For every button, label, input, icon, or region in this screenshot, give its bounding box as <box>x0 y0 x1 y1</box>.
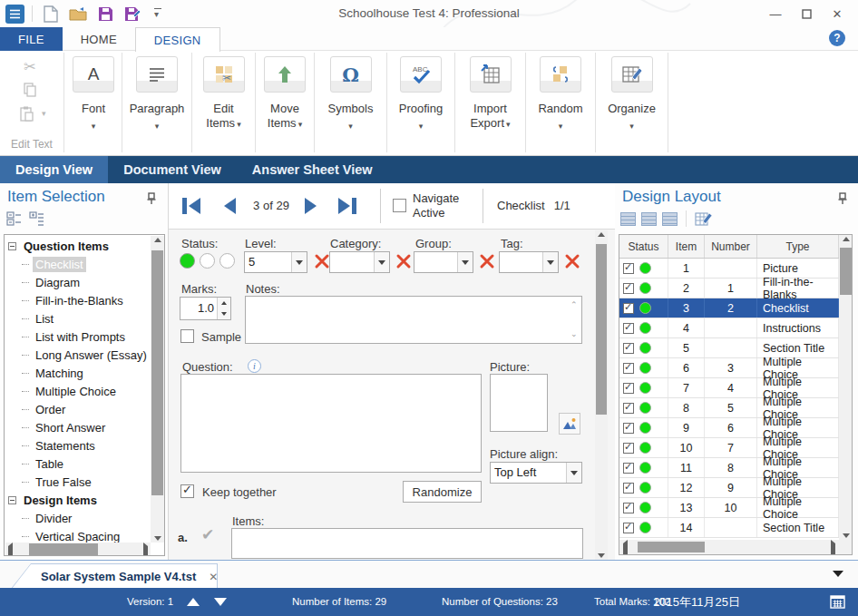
design-layout-row[interactable]: 4 Instructions <box>619 318 852 338</box>
navigate-active-checkbox[interactable] <box>393 199 406 212</box>
sample-checkbox[interactable] <box>180 329 194 343</box>
next-item-button[interactable] <box>297 195 325 217</box>
row-include-checkbox[interactable] <box>623 263 634 274</box>
scroll-left-icon[interactable] <box>623 543 628 555</box>
tree-item[interactable]: Fill-in-the-Blanks <box>6 291 148 309</box>
status-radio-active[interactable] <box>180 253 195 269</box>
row-include-checkbox[interactable] <box>623 523 634 533</box>
table-view-medium-icon[interactable] <box>641 212 657 226</box>
pin-icon[interactable] <box>838 192 847 205</box>
marks-up-icon[interactable] <box>218 298 230 308</box>
new-document-icon[interactable] <box>40 4 62 24</box>
form-scroll-down-icon[interactable] <box>595 553 608 558</box>
tree-item[interactable]: Diagram <box>6 273 148 291</box>
paragraph-button[interactable]: Paragraph ▾ <box>122 54 191 152</box>
tree-item[interactable]: List <box>6 309 148 328</box>
scroll-down-icon[interactable] <box>151 536 164 541</box>
row-include-checkbox[interactable] <box>623 283 634 294</box>
tab-file[interactable]: FILE <box>0 27 63 51</box>
row-include-checkbox[interactable] <box>623 343 634 354</box>
picture-browse-button[interactable] <box>559 413 580 435</box>
previous-item-button[interactable] <box>216 195 243 217</box>
last-item-button[interactable] <box>334 195 361 217</box>
table-horizontal-scrollbar[interactable] <box>619 540 839 554</box>
form-scroll-up-icon[interactable] <box>595 232 608 237</box>
row-include-checkbox[interactable] <box>623 443 634 454</box>
tree-vertical-scrollbar[interactable] <box>151 236 164 543</box>
move-items-button[interactable]: Move Items▾ <box>256 54 314 152</box>
row-include-checkbox[interactable] <box>623 423 634 434</box>
save-icon[interactable] <box>94 4 116 24</box>
pin-icon[interactable] <box>147 192 156 205</box>
group-dropdown-icon[interactable] <box>457 252 473 272</box>
qat-customize-icon[interactable]: ▾ <box>154 8 161 19</box>
tree-item[interactable]: Divider <box>6 509 148 527</box>
app-icon[interactable] <box>5 5 24 24</box>
keep-together-checkbox[interactable] <box>180 484 194 498</box>
picture-align-combo[interactable]: Top Left <box>490 462 582 484</box>
import-export-button[interactable]: Import Export▾ <box>455 54 525 152</box>
copy-icon[interactable] <box>18 80 42 100</box>
random-button[interactable]: Random ▾ <box>526 54 595 152</box>
tag-combo[interactable] <box>499 251 559 273</box>
level-clear-icon[interactable] <box>314 253 330 269</box>
category-combo[interactable] <box>329 251 390 273</box>
edit-items-button[interactable]: ✂ Edit Items▾ <box>192 54 255 152</box>
version-up-icon[interactable] <box>187 598 200 606</box>
font-button[interactable]: A Font ▾ <box>65 54 122 152</box>
tag-dropdown-icon[interactable] <box>542 252 558 272</box>
tree-item[interactable]: Table <box>6 455 148 473</box>
question-input[interactable] <box>180 374 482 473</box>
expand-all-icon[interactable] <box>29 211 44 226</box>
scroll-right-icon[interactable] <box>143 546 148 556</box>
form-vertical-scrollbar[interactable] <box>595 230 608 560</box>
marks-spinner[interactable]: 1.0 <box>180 297 231 320</box>
category-dropdown-icon[interactable] <box>374 252 389 272</box>
tab-document-view[interactable]: Document View <box>108 156 237 183</box>
marks-down-icon[interactable] <box>218 308 230 319</box>
help-icon[interactable]: ? <box>829 30 845 46</box>
minimize-button[interactable]: — <box>762 2 789 25</box>
notes-scroll-up-icon[interactable]: ⌃ <box>570 300 578 309</box>
tree-item[interactable]: Multiple Choice <box>6 382 148 400</box>
row-include-checkbox[interactable] <box>623 403 634 414</box>
level-combo[interactable]: 5 <box>244 251 307 273</box>
collapse-all-icon[interactable] <box>6 211 22 226</box>
design-layout-row[interactable]: 2 1 Fill-in-the-Blanks <box>619 279 852 298</box>
table-view-small-icon[interactable] <box>620 212 636 226</box>
tab-home[interactable]: HOME <box>63 27 135 51</box>
tab-answer-sheet-view[interactable]: Answer Sheet View <box>237 156 388 183</box>
item-text-input[interactable] <box>231 528 583 559</box>
tree-item[interactable]: Design Items <box>6 491 148 509</box>
tab-design-view[interactable]: Design View <box>0 156 108 183</box>
table-vertical-scrollbar[interactable] <box>839 235 853 554</box>
row-include-checkbox[interactable] <box>623 323 634 334</box>
status-radio-2[interactable] <box>200 253 215 269</box>
scroll-right-icon[interactable] <box>831 543 835 555</box>
edit-table-icon[interactable] <box>695 211 713 227</box>
tree-item[interactable]: List with Prompts <box>6 328 148 346</box>
scroll-up-icon[interactable] <box>151 238 164 242</box>
tree-expander-icon[interactable] <box>8 242 16 250</box>
close-button[interactable]: ✕ <box>824 2 851 25</box>
group-clear-icon[interactable] <box>479 253 495 269</box>
paste-icon[interactable] <box>15 103 38 123</box>
design-layout-row[interactable]: 3 2 Checklist <box>619 298 852 318</box>
info-icon[interactable]: i <box>248 359 261 373</box>
column-header-type[interactable]: Type <box>757 235 839 258</box>
tab-design[interactable]: DESIGN <box>135 27 220 52</box>
column-header-number[interactable]: Number <box>705 235 757 258</box>
tree-item[interactable]: Matching <box>6 364 148 382</box>
cut-icon[interactable]: ✂ <box>18 56 42 76</box>
row-include-checkbox[interactable] <box>623 503 634 513</box>
tree-item[interactable]: Short Answer <box>6 418 148 436</box>
row-include-checkbox[interactable] <box>623 303 634 314</box>
open-file-icon[interactable] <box>67 4 89 24</box>
picture-align-dropdown-icon[interactable] <box>566 463 581 483</box>
table-view-large-icon[interactable] <box>662 212 678 226</box>
first-item-button[interactable] <box>178 195 205 217</box>
tag-clear-icon[interactable] <box>564 253 580 269</box>
row-include-checkbox[interactable] <box>623 363 634 374</box>
tree-horizontal-scrollbar[interactable] <box>5 543 151 556</box>
picture-box[interactable] <box>490 374 548 432</box>
